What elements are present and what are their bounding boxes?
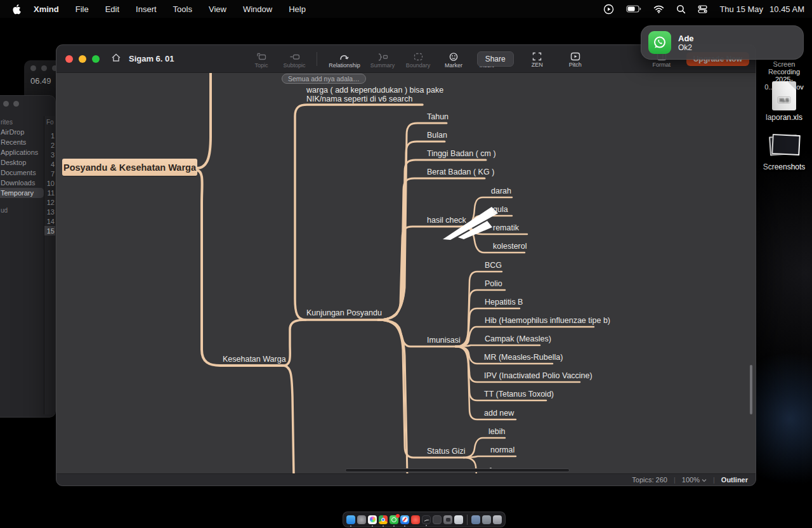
home-icon[interactable]	[111, 53, 121, 65]
summary-button[interactable]: Summary	[368, 50, 397, 69]
outliner-button[interactable]: Outliner	[721, 476, 748, 484]
dock-whatsapp-icon[interactable]	[390, 515, 398, 524]
wifi-icon[interactable]	[653, 5, 664, 13]
dock-finder-icon[interactable]	[346, 515, 355, 524]
topic-hepatitis-b[interactable]: Hepatitis B	[485, 298, 523, 307]
pitch-button[interactable]: Pitch	[561, 50, 590, 68]
finder-window[interactable]: rites AirDrop Recents Applications Deskt…	[0, 95, 56, 418]
desktop-icon-laporan-xls[interactable]: XLS laporan.xls	[756, 81, 812, 122]
row-number-selected[interactable]: 15	[44, 226, 56, 235]
topic-gula[interactable]: gula	[493, 205, 508, 214]
sidebar-item-airdrop[interactable]: AirDrop	[0, 127, 44, 137]
menu-window[interactable]: Window	[243, 4, 272, 14]
menu-edit[interactable]: Edit	[105, 4, 119, 14]
topic-add-new[interactable]: add new	[484, 409, 514, 418]
sidebar-item-documents[interactable]: Documents	[0, 168, 44, 178]
dock-documents-folder-icon[interactable]	[482, 515, 491, 524]
central-topic[interactable]: Posyandu & Kesehatan Warga	[62, 159, 197, 176]
dock-downloads-folder-icon[interactable]	[471, 515, 480, 524]
zoom-button[interactable]	[92, 55, 100, 63]
row-number[interactable]: 12	[44, 197, 56, 207]
vertical-scrollbar[interactable]	[750, 365, 752, 414]
topic-hib[interactable]: Hib (Haemophilus influenzae tipe b)	[485, 316, 610, 325]
topic-bcg[interactable]: BCG	[485, 261, 502, 270]
row-number[interactable]: 3	[44, 150, 56, 159]
topic-normal[interactable]: normal	[490, 446, 514, 454]
share-button[interactable]: Share	[477, 51, 514, 67]
topics-count: Topics: 260	[632, 476, 667, 484]
sidebar-item-temporary[interactable]: Temporary	[0, 188, 44, 198]
topic-hasil-check[interactable]: hasil check	[427, 216, 466, 225]
horizontal-scrollbar[interactable]	[345, 468, 570, 472]
topic-campak[interactable]: Campak (Measles)	[485, 334, 551, 343]
relationship-button[interactable]: Relationship	[325, 50, 364, 69]
row-number[interactable]: 10	[44, 178, 56, 188]
dock-red-app-icon[interactable]	[411, 515, 420, 524]
boundary-button[interactable]: Boundary	[401, 50, 435, 69]
row-number[interactable]: 4	[44, 159, 56, 169]
topic-kunjungan-posyandu[interactable]: Kunjungan Posyandu	[306, 308, 382, 317]
topic-lebih[interactable]: lebih	[488, 427, 505, 436]
menu-tools[interactable]: Tools	[173, 4, 192, 14]
row-number[interactable]: 2	[44, 140, 56, 150]
zen-button[interactable]: ZEN	[523, 50, 552, 68]
whatsapp-notification[interactable]: Ade Ok2	[641, 25, 804, 60]
window-controls[interactable]	[65, 55, 100, 63]
sidebar-item-applications[interactable]: Applications	[0, 147, 44, 157]
whatsapp-badge	[396, 514, 400, 518]
dock-xmind-icon[interactable]	[422, 515, 431, 524]
marker-button[interactable]: Marker	[439, 50, 468, 69]
sidebar-item-recents[interactable]: Recents	[0, 137, 44, 147]
dock-chrome-icon[interactable]	[379, 515, 388, 524]
apple-menu-icon[interactable]	[11, 4, 21, 15]
topic-imunisasi[interactable]: Imunisasi	[427, 336, 461, 345]
mindmap-canvas[interactable]: Semua add nya adala… Posyandu & Kesehata…	[56, 73, 756, 473]
topic-button[interactable]: Topic	[247, 50, 276, 69]
sidebar-item-downloads[interactable]: Downloads	[0, 178, 44, 188]
dock-photos-icon[interactable]	[368, 515, 377, 524]
topic-mr[interactable]: MR (Measles-Rubella)	[484, 353, 563, 362]
topic-kolesterol[interactable]: kolesterol	[493, 242, 527, 251]
topic-darah[interactable]: darah	[491, 187, 511, 195]
row-number[interactable]: 1	[44, 131, 56, 140]
floating-note-pill[interactable]: Semua add nya adala…	[282, 74, 366, 84]
sidebar-item-desktop[interactable]: Desktop	[0, 157, 44, 168]
dock-trash-icon[interactable]	[493, 515, 502, 524]
menu-insert[interactable]: Insert	[136, 4, 157, 14]
dock	[343, 512, 506, 527]
topic-polio[interactable]: Polio	[485, 279, 502, 288]
topic-tahun[interactable]: Tahun	[427, 112, 449, 121]
dock-screenshot-icon[interactable]	[443, 515, 452, 524]
row-number[interactable]: 7	[44, 169, 56, 178]
topic-rematik[interactable]: rematik	[493, 223, 519, 232]
topic-berat-badan[interactable]: Berat Badan ( KG )	[427, 168, 494, 176]
dock-safari-icon[interactable]	[400, 515, 409, 524]
menu-xmind[interactable]: Xmind	[34, 4, 59, 14]
topic-status-gizi[interactable]: Status Gizi	[427, 447, 465, 456]
screen-recording-indicator-icon[interactable]	[603, 4, 614, 15]
control-center-icon[interactable]	[698, 4, 707, 14]
menu-file[interactable]: File	[75, 4, 89, 14]
close-button[interactable]	[65, 55, 73, 63]
menubar-clock[interactable]: Thu 15 May10.45 AM	[719, 4, 804, 14]
row-number[interactable]: 11	[44, 188, 56, 197]
minimize-button[interactable]	[79, 55, 86, 63]
topic-warga[interactable]: warga ( add kependudukan ) bisa pake NIK…	[306, 86, 443, 103]
dock-preview-icon[interactable]	[454, 515, 463, 524]
topic-kesehatan-warga[interactable]: Kesehatan Warga	[223, 355, 286, 364]
row-number[interactable]: 13	[44, 207, 56, 216]
zoom-level[interactable]: 100%	[682, 476, 707, 484]
battery-icon[interactable]	[626, 5, 641, 13]
dock-dark-app-icon[interactable]	[433, 515, 442, 524]
menu-help[interactable]: Help	[289, 4, 306, 14]
topic-tt[interactable]: TT (Tetanus Toxoid)	[484, 390, 554, 399]
topic-ipv[interactable]: IPV (Inactivated Polio Vaccine)	[484, 371, 593, 380]
desktop-icon-screenshots[interactable]: Screenshots	[756, 133, 812, 171]
subtopic-button[interactable]: Subtopic	[280, 50, 309, 69]
topic-tinggi-badan[interactable]: Tinggi Badan ( cm )	[427, 149, 496, 158]
row-number[interactable]: 14	[44, 216, 56, 226]
dock-launchpad-icon[interactable]	[357, 515, 366, 524]
menu-view[interactable]: View	[209, 4, 226, 14]
spotlight-search-icon[interactable]	[676, 4, 686, 14]
topic-bulan[interactable]: Bulan	[427, 131, 447, 140]
